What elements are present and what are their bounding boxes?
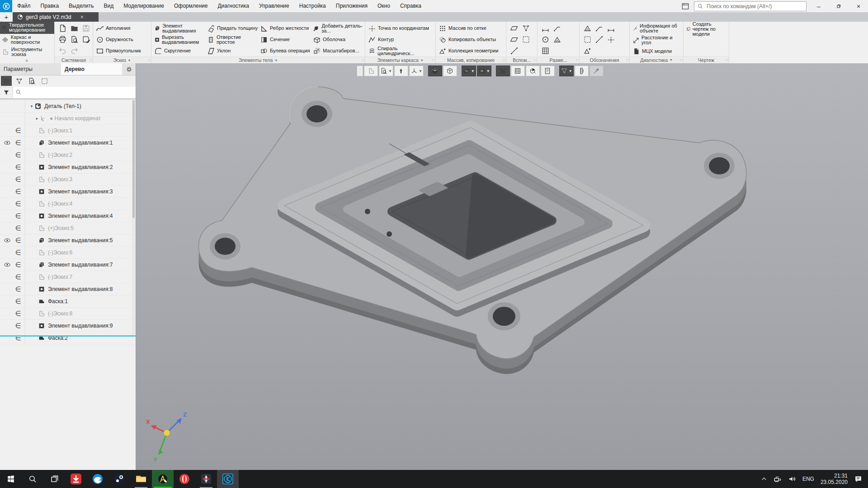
tree-item-extrude7[interactable]: ∈Элемент выдавливания:7 bbox=[0, 259, 136, 271]
orientation-button[interactable] bbox=[394, 66, 408, 76]
taskbar-clock[interactable]: 21:31 23.05.2020 bbox=[821, 473, 848, 485]
coordinate-triad-button[interactable]: ▼ bbox=[409, 66, 424, 76]
taskbar-search-button[interactable] bbox=[22, 470, 43, 488]
language-indicator[interactable]: ENG bbox=[802, 476, 814, 482]
tree-item-chamfer1[interactable]: ∈Фаска:1 bbox=[0, 296, 136, 308]
menu-applications[interactable]: Приложения bbox=[331, 0, 373, 12]
tray-chevron-icon[interactable] bbox=[761, 476, 767, 482]
tree-filter-icon[interactable] bbox=[0, 87, 13, 98]
tab-close-icon[interactable]: × bbox=[80, 14, 84, 20]
steam-app-icon[interactable] bbox=[108, 470, 130, 488]
tree-scrollbar[interactable] bbox=[132, 100, 135, 335]
edge-browser-icon[interactable] bbox=[87, 470, 108, 488]
hidden-lines-button[interactable]: ▼ bbox=[462, 66, 476, 76]
aux-plane-icon[interactable] bbox=[510, 24, 519, 33]
tree-item-sketch6[interactable]: ∈(-)Эскиз:6 bbox=[0, 247, 136, 259]
undo-icon[interactable] bbox=[58, 47, 67, 55]
tool-geometry-collection[interactable]: Коллекция геометрии bbox=[438, 45, 499, 56]
tree-item-sketch4[interactable]: ∈(-)Эскиз:4 bbox=[0, 198, 136, 210]
menu-select[interactable]: Выделить bbox=[64, 0, 99, 12]
tree-item-sketch5[interactable]: ∈(+)Эскиз:5 bbox=[0, 222, 136, 235]
aux-plane2-icon[interactable] bbox=[510, 35, 519, 44]
notation-position-icon[interactable] bbox=[607, 35, 615, 44]
tree-item-sketch2[interactable]: ∈(-)Эскиз:2 bbox=[0, 149, 136, 161]
notation-datum-icon[interactable] bbox=[607, 24, 615, 33]
tree-item-extrude8[interactable]: ∈Элемент выдавливания:8 bbox=[0, 283, 136, 296]
display-wireframe-button[interactable] bbox=[443, 66, 457, 76]
tool-grid-array[interactable]: Массив по сетке bbox=[438, 23, 499, 34]
print-icon[interactable] bbox=[58, 35, 67, 44]
tool-rectangle[interactable]: Прямоугольник bbox=[95, 45, 142, 56]
network-icon[interactable] bbox=[774, 475, 782, 483]
menu-edit[interactable]: Правка bbox=[36, 0, 64, 12]
clipping-button[interactable]: ▼ bbox=[477, 66, 491, 76]
tool-cut-extrude[interactable]: Вырезать выдавливанием bbox=[153, 34, 206, 45]
tool-mass-properties[interactable]: МЦХ модели bbox=[632, 46, 681, 56]
tool-section[interactable]: Сечение bbox=[259, 34, 312, 45]
maximize-button[interactable] bbox=[831, 0, 846, 12]
tree-item-chamfer2[interactable]: ∈Фаска:2 bbox=[0, 332, 136, 344]
menu-management[interactable]: Управление bbox=[254, 0, 294, 12]
panel-layout-icon[interactable] bbox=[681, 2, 689, 10]
tree-view-area-button[interactable] bbox=[39, 76, 50, 86]
zoom-button[interactable]: ▼ bbox=[379, 66, 393, 76]
display-shaded-button[interactable] bbox=[428, 66, 442, 76]
green-a-app-icon[interactable] bbox=[152, 470, 174, 488]
close-button[interactable]: × bbox=[851, 0, 866, 12]
model-viewport[interactable]: ⁚⁚ ▼ ▼ ▼ ▼ ▼ bbox=[136, 63, 868, 470]
mode-solid-modeling[interactable]: Твердотельное моделирование bbox=[0, 22, 54, 34]
tree-origin[interactable]: ▸ ● Начало координат bbox=[0, 113, 136, 125]
snap-button[interactable] bbox=[496, 66, 510, 76]
tab-tree[interactable]: Дерево bbox=[61, 63, 122, 75]
panel-gear-icon[interactable] bbox=[122, 63, 136, 75]
dim-grid-icon[interactable] bbox=[541, 47, 550, 55]
filter-button[interactable]: ▼ bbox=[559, 66, 574, 76]
dim-radial-icon[interactable] bbox=[541, 35, 550, 44]
sketch-mode-button[interactable] bbox=[364, 66, 378, 76]
downloader-app-icon[interactable] bbox=[65, 470, 87, 488]
tool-scale[interactable]: Масштабиров... bbox=[312, 45, 365, 56]
sheet-view-button[interactable] bbox=[541, 66, 555, 76]
aux-local-system-icon[interactable] bbox=[522, 24, 530, 33]
menu-settings[interactable]: Настройка bbox=[294, 0, 331, 12]
tree-item-extrude3[interactable]: ∈Элемент выдавливания:3 bbox=[0, 186, 136, 198]
task-view-button[interactable] bbox=[43, 470, 65, 488]
menu-layout[interactable]: Оформление bbox=[169, 0, 212, 12]
tree-item-sketch7[interactable]: ∈(-)Эскиз:7 bbox=[0, 271, 136, 283]
cad-utility-app-icon[interactable] bbox=[195, 470, 217, 488]
document-tab[interactable]: gen3 plate V2.m3d × bbox=[13, 12, 99, 22]
menu-diagnostics[interactable]: Диагностика bbox=[212, 0, 254, 12]
tree-item-extrude9[interactable]: ∈Элемент выдавливания:9 bbox=[0, 320, 136, 332]
tool-extrude[interactable]: Элемент выдавливания bbox=[153, 23, 206, 34]
save-as-icon[interactable] bbox=[82, 35, 90, 44]
volume-icon[interactable] bbox=[788, 475, 796, 483]
tree-item-extrude1[interactable]: ∈Элемент выдавливания:1 bbox=[0, 137, 136, 149]
tree-item-extrude2[interactable]: ∈Элемент выдавливания:2 bbox=[0, 161, 136, 174]
notation-leader-icon[interactable] bbox=[595, 24, 604, 33]
eyedropper-button[interactable] bbox=[590, 66, 604, 76]
tree-view-relations-button[interactable] bbox=[26, 76, 37, 86]
aux-control-point-icon[interactable] bbox=[522, 35, 530, 44]
toolbar-grip[interactable]: ⁚⁚ bbox=[357, 66, 363, 76]
tool-draft[interactable]: Уклон bbox=[206, 45, 259, 56]
tool-distance-angle[interactable]: Расстояние и угол bbox=[632, 34, 681, 46]
tree-root-part[interactable]: ▾ Деталь (Тел-1) bbox=[0, 100, 136, 113]
tool-thicken[interactable]: Придать толщину bbox=[206, 23, 259, 34]
tool-simple-hole[interactable]: Отверстие простое bbox=[206, 34, 259, 45]
tool-object-info[interactable]: Информация об объекте bbox=[632, 23, 681, 34]
tool-spiral[interactable]: Спираль цилиндрическ... bbox=[367, 45, 434, 56]
menu-window[interactable]: Окно bbox=[373, 0, 395, 12]
view-cube-button[interactable] bbox=[526, 66, 540, 76]
tool-contour[interactable]: Контур bbox=[367, 34, 434, 45]
save-icon[interactable] bbox=[82, 24, 90, 33]
tree-item-extrude5[interactable]: ∈Элемент выдавливания:5 bbox=[0, 235, 136, 247]
notation-roughness-icon[interactable] bbox=[583, 24, 592, 33]
tool-autoline[interactable]: Автолиния bbox=[95, 23, 142, 34]
tool-point-by-coords[interactable]: Точка по координатам bbox=[367, 23, 434, 34]
dim-angular-icon[interactable] bbox=[553, 35, 561, 44]
dim-linear-icon[interactable] bbox=[541, 24, 550, 33]
action-center-icon[interactable] bbox=[854, 475, 863, 483]
tool-fillet[interactable]: Скругление bbox=[153, 45, 206, 56]
start-button[interactable] bbox=[0, 470, 22, 488]
tree-item-sketch8[interactable]: ∈(-)Эскиз:8 bbox=[0, 308, 136, 320]
